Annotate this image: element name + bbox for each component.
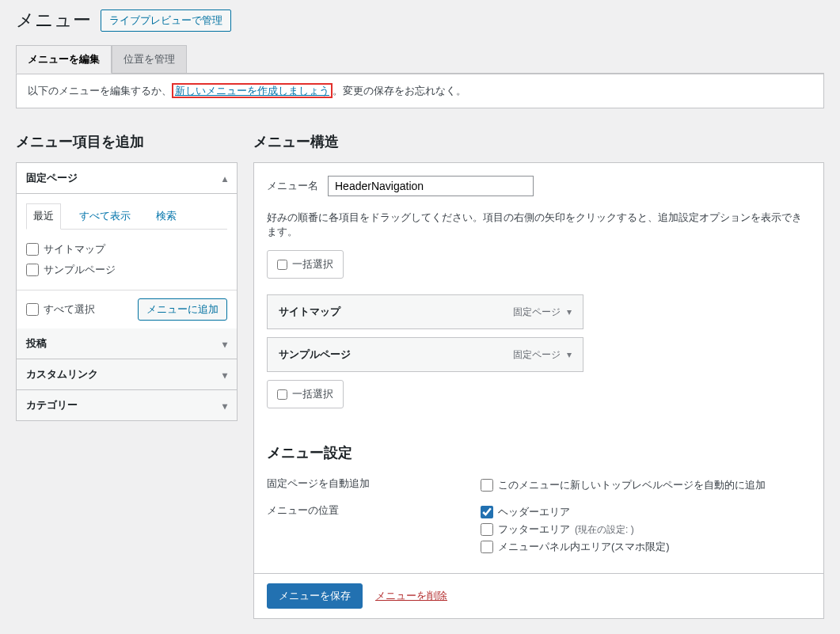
menu-item[interactable]: サンプルページ 固定ページ	[267, 337, 583, 372]
location-option-label: メニューパネル内エリア(スマホ限定)	[498, 540, 670, 554]
chevron-down-icon	[222, 338, 227, 350]
auto-add-option-label: このメニューに新しいトップレベルページを自動的に追加	[498, 478, 766, 492]
add-items-accordion: 固定ページ 最近 すべて表示 検索 サイトマップ サンプルページ	[16, 162, 238, 421]
accordion-custom-links-label: カスタムリンク	[26, 367, 98, 382]
chevron-down-icon	[222, 369, 227, 381]
accordion-pages-label: 固定ページ	[26, 171, 78, 185]
structure-box: メニュー名 好みの順番に各項目をドラッグしてください。項目の右側の矢印をクリック…	[253, 162, 824, 574]
bulk-select-bottom[interactable]: 一括選択	[267, 380, 344, 408]
location-label: メニューの位置	[267, 503, 481, 518]
page-item-row: サンプルページ	[26, 260, 227, 280]
auto-add-option[interactable]: このメニューに新しいトップレベルページを自動的に追加	[481, 476, 811, 494]
page-item-checkbox[interactable]	[26, 243, 39, 256]
menu-item-type-label: 固定ページ	[513, 348, 561, 362]
page-item-label: サイトマップ	[44, 242, 105, 256]
footer-bar: メニューを保存 メニューを削除	[253, 574, 824, 619]
accordion-pages-body: 最近 すべて表示 検索 サイトマップ サンプルページ	[17, 194, 237, 290]
location-option-label: ヘッダーエリア	[498, 505, 570, 519]
save-menu-button[interactable]: メニューを保存	[267, 583, 363, 609]
menu-name-row: メニュー名	[267, 176, 811, 196]
add-to-menu-button[interactable]: メニューに追加	[138, 298, 227, 321]
notice-prefix: 以下のメニューを編集するか、	[28, 85, 172, 97]
help-text: 好みの順番に各項目をドラッグしてください。項目の右側の矢印をクリックすると、追加…	[267, 211, 811, 239]
accordion-posts-label: 投稿	[26, 336, 47, 351]
pages-inner-tabs: 最近 すべて表示 検索	[26, 203, 227, 230]
chevron-down-icon[interactable]	[567, 349, 572, 360]
select-all-row[interactable]: すべて選択	[26, 299, 95, 320]
structure-title: メニュー構造	[253, 132, 824, 151]
inner-tab-recent[interactable]: 最近	[26, 203, 61, 230]
chevron-up-icon	[222, 173, 227, 184]
select-all-label: すべて選択	[44, 302, 95, 317]
location-checkbox-panel[interactable]	[481, 541, 493, 553]
location-option-header[interactable]: ヘッダーエリア	[481, 503, 811, 521]
page-title: メニュー	[16, 8, 91, 32]
menu-item-type: 固定ページ	[513, 348, 572, 362]
page-item-label: サンプルページ	[44, 263, 116, 277]
notice-bar: 以下のメニューを編集するか、新しいメニューを作成しましょう。変更の保存をお忘れな…	[16, 74, 824, 108]
auto-add-row: 固定ページを自動追加 このメニューに新しいトップレベルページを自動的に追加	[267, 472, 811, 499]
auto-add-label: 固定ページを自動追加	[267, 476, 481, 491]
inner-tab-search[interactable]: 検索	[149, 203, 184, 229]
bulk-select-label: 一括選択	[292, 387, 333, 401]
tab-edit-menu[interactable]: メニューを編集	[16, 45, 112, 74]
menu-item-title: サンプルページ	[279, 347, 351, 362]
bulk-select-label: 一括選択	[292, 257, 333, 271]
accordion-custom-links-header[interactable]: カスタムリンク	[17, 359, 237, 390]
menu-name-input[interactable]	[328, 176, 534, 196]
location-row: メニューの位置 ヘッダーエリア フッターエリア (現在の設定: )	[267, 499, 811, 560]
bulk-select-top[interactable]: 一括選択	[267, 250, 344, 279]
select-all-checkbox[interactable]	[26, 303, 39, 316]
chevron-down-icon[interactable]	[567, 306, 572, 317]
tab-bar: メニューを編集 位置を管理	[16, 45, 824, 74]
live-preview-button[interactable]: ライブプレビューで管理	[101, 9, 231, 32]
location-option-footer[interactable]: フッターエリア (現在の設定: )	[481, 521, 811, 538]
location-option-label: フッターエリア	[498, 522, 570, 537]
bulk-select-checkbox[interactable]	[277, 260, 287, 270]
accordion-categories-header[interactable]: カテゴリー	[17, 390, 237, 420]
chevron-down-icon	[222, 400, 227, 412]
menu-item-type: 固定ページ	[513, 306, 572, 319]
notice-suffix: 。変更の保存をお忘れなく。	[333, 85, 466, 97]
inner-tab-all[interactable]: すべて表示	[72, 203, 138, 229]
accordion-pages-footer: すべて選択 メニューに追加	[17, 290, 237, 328]
location-option-panel[interactable]: メニューパネル内エリア(スマホ限定)	[481, 538, 811, 556]
location-checkbox-footer[interactable]	[481, 523, 493, 536]
menu-name-label: メニュー名	[267, 179, 318, 193]
delete-menu-link[interactable]: メニューを削除	[375, 589, 447, 603]
location-option-note: (現在の設定: )	[575, 523, 634, 537]
menu-item-title: サイトマップ	[279, 305, 340, 319]
menu-settings-title: メニュー設定	[267, 443, 811, 462]
accordion-pages-header[interactable]: 固定ページ	[17, 163, 237, 194]
accordion-categories-label: カテゴリー	[26, 398, 78, 412]
page-item-checkbox[interactable]	[26, 264, 39, 276]
menu-item-type-label: 固定ページ	[513, 306, 561, 319]
page-item-row: サイトマップ	[26, 239, 227, 260]
auto-add-checkbox[interactable]	[481, 479, 493, 492]
add-items-title: メニュー項目を追加	[16, 132, 238, 151]
location-checkbox-header[interactable]	[481, 506, 493, 518]
create-new-menu-link[interactable]: 新しいメニューを作成しましょう	[172, 83, 333, 98]
accordion-posts-header[interactable]: 投稿	[17, 328, 237, 359]
tab-manage-locations[interactable]: 位置を管理	[112, 45, 187, 74]
menu-settings-section: メニュー設定 固定ページを自動追加 このメニューに新しいトップレベルページを自動…	[267, 443, 811, 560]
menu-item[interactable]: サイトマップ 固定ページ	[267, 294, 583, 329]
bulk-select-checkbox[interactable]	[277, 389, 287, 400]
